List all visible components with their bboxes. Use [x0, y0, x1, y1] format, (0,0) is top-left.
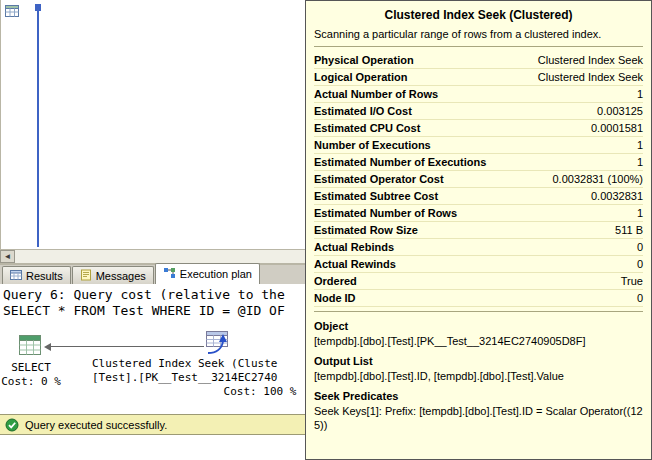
- property-label: Ordered: [314, 273, 357, 289]
- tab-label: Messages: [96, 270, 146, 282]
- property-label: Estimated Number of Executions: [314, 154, 486, 170]
- property-label: Estimated Operator Cost: [314, 171, 444, 187]
- property-label: Actual Number of Rows: [314, 86, 438, 102]
- section-label: Seek Predicates: [314, 390, 643, 402]
- tab-messages[interactable]: Messages: [72, 266, 154, 284]
- seek-node-label: Clustered Index Seek (Cluste: [92, 357, 277, 370]
- tab-label: Execution plan: [180, 268, 252, 280]
- tooltip-property-row: Node ID 0: [314, 290, 643, 307]
- tooltip-property-row: Estimated Number of Executions 1: [314, 154, 643, 171]
- property-value: 0.0032831: [591, 188, 643, 204]
- tooltip-property-row: Estimated Number of Rows 1: [314, 205, 643, 222]
- section-label: Output List: [314, 355, 643, 367]
- property-label: Estimated Subtree Cost: [314, 188, 438, 204]
- tooltip-property-row: Estimated I/O Cost 0.003125: [314, 103, 643, 120]
- operator-tooltip: Clustered Index Seek (Clustered) Scannin…: [305, 0, 652, 460]
- property-label: Estimated CPU Cost: [314, 120, 420, 136]
- property-label: Estimated Row Size: [314, 222, 418, 238]
- property-label: Estimated Number of Rows: [314, 205, 457, 221]
- ssms-window: ◄ Results Messages: [0, 0, 652, 460]
- plan-connector-arrowhead: [44, 343, 51, 351]
- property-value: 0.0032831 (100%): [552, 171, 643, 187]
- clustered-index-seek-icon[interactable]: [203, 328, 231, 360]
- select-node-icon[interactable]: [17, 332, 43, 362]
- column-guide-line: [37, 5, 39, 247]
- tooltip-property-row: Logical Operation Clustered Index Seek: [314, 69, 643, 86]
- tooltip-property-row: Ordered True: [314, 273, 643, 290]
- tooltip-description: Scanning a particular range of rows from…: [314, 28, 643, 47]
- tooltip-section: Output List [tempdb].[dbo].[Test].ID, [t…: [314, 355, 643, 383]
- property-label: Logical Operation: [314, 69, 408, 85]
- tooltip-property-row: Estimated Row Size 511 B: [314, 222, 643, 239]
- property-value: Clustered Index Seek: [538, 69, 643, 85]
- query-cost-header: Query 6: Query cost (relative to the: [3, 287, 285, 302]
- property-value: 1: [637, 205, 643, 221]
- tooltip-property-row: Actual Rewinds 0: [314, 256, 643, 273]
- seek-node-object: [Test].[PK__Test__3214EC2740: [92, 371, 277, 384]
- property-label: Estimated I/O Cost: [314, 103, 412, 119]
- tooltip-property-row: Actual Rebinds 0: [314, 239, 643, 256]
- select-node-label: SELECT: [0, 361, 62, 374]
- results-grid-icon: [5, 4, 19, 22]
- tooltip-title: Clustered Index Seek (Clustered): [314, 8, 643, 22]
- tooltip-property-row: Estimated Subtree Cost 0.0032831: [314, 188, 643, 205]
- section-label: Object: [314, 320, 643, 332]
- tab-execution-plan[interactable]: Execution plan: [155, 263, 260, 284]
- select-node-cost: Cost: 0 %: [0, 375, 62, 388]
- tooltip-section: Seek Predicates Seek Keys[1]: Prefix: [t…: [314, 390, 643, 432]
- tab-results[interactable]: Results: [2, 266, 71, 284]
- property-value: 0.003125: [597, 103, 643, 119]
- plan-connector-line: [50, 346, 204, 347]
- property-value: True: [621, 273, 643, 289]
- results-grid-icon: [10, 269, 22, 283]
- query-statement-text: SELECT * FROM Test WHERE ID = @ID OF: [3, 303, 285, 318]
- tooltip-property-row: Physical Operation Clustered Index Seek: [314, 52, 643, 69]
- property-value: Clustered Index Seek: [538, 52, 643, 68]
- section-value: [tempdb].[dbo].[Test].[PK__Test__3214EC2…: [314, 334, 643, 348]
- property-value: 0: [637, 256, 643, 272]
- property-label: Number of Executions: [314, 137, 431, 153]
- tooltip-property-row: Number of Executions 1: [314, 137, 643, 154]
- property-value: 1: [637, 154, 643, 170]
- tooltip-property-row: Estimated CPU Cost 0.0001581: [314, 120, 643, 137]
- property-value: 0: [637, 290, 643, 306]
- property-label: Node ID: [314, 290, 356, 306]
- tab-label: Results: [26, 270, 63, 282]
- section-value: Seek Keys[1]: Prefix: [tempdb].[dbo].[Te…: [314, 404, 643, 432]
- scroll-left-button[interactable]: ◄: [0, 250, 15, 263]
- success-check-icon: [5, 418, 19, 432]
- tooltip-sections: Object [tempdb].[dbo].[Test].[PK__Test__…: [314, 311, 643, 432]
- property-value: 0: [637, 239, 643, 255]
- property-value: 1: [637, 86, 643, 102]
- status-message: Query executed successfully.: [25, 419, 167, 431]
- property-label: Actual Rebinds: [314, 239, 394, 255]
- property-value: 0.0001581: [591, 120, 643, 136]
- tooltip-section: Object [tempdb].[dbo].[Test].[PK__Test__…: [314, 320, 643, 348]
- property-value: 1: [637, 137, 643, 153]
- tooltip-property-row: Actual Number of Rows 1: [314, 86, 643, 103]
- property-label: Actual Rewinds: [314, 256, 396, 272]
- section-value: [tempdb].[dbo].[Test].ID, [tempdb].[dbo]…: [314, 369, 643, 383]
- execution-plan-icon: [163, 267, 176, 281]
- property-value: 511 B: [615, 222, 643, 238]
- tooltip-property-row: Estimated Operator Cost 0.0032831 (100%): [314, 171, 643, 188]
- tooltip-properties: Physical Operation Clustered Index Seek …: [314, 52, 643, 307]
- property-label: Physical Operation: [314, 52, 414, 68]
- messages-icon: [80, 269, 92, 283]
